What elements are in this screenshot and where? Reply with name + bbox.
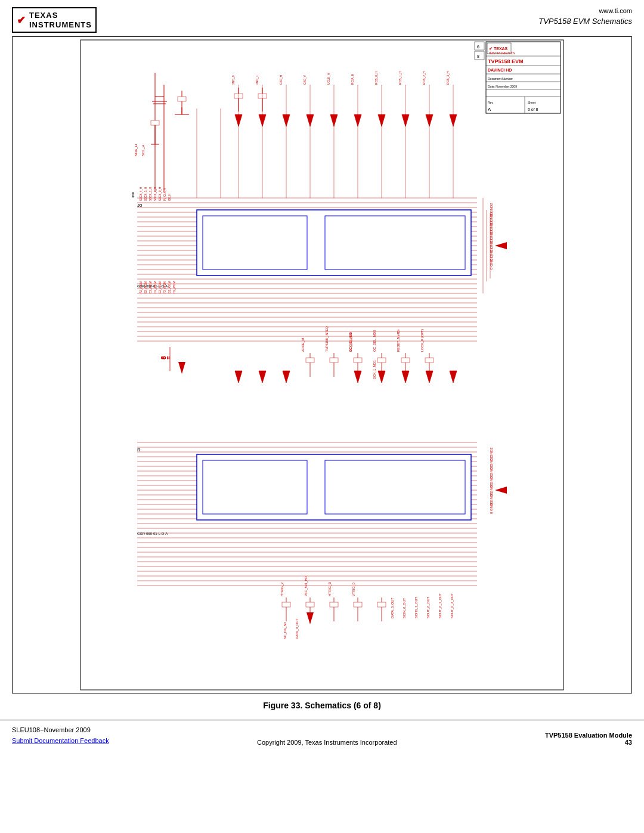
svg-text:0 GND1: 0 GND1 (490, 256, 493, 270)
svg-marker-197 (450, 371, 457, 383)
svg-text:UCLK_H: UCLK_H (327, 73, 330, 85)
svg-text:RCB_0_H: RCB_0_H (374, 71, 378, 85)
svg-rect-92 (425, 358, 434, 363)
svg-text:DATA_0_OUT: DATA_0_OUT (295, 618, 299, 639)
svg-text:JSC_504_HD: JSC_504_HD (304, 577, 308, 597)
svg-text:IN_CLK_H: IN_CLK_H (163, 188, 166, 202)
ti-logo: ✔ Texas Instruments (12, 7, 97, 33)
svg-marker-190 (235, 371, 242, 383)
svg-text:F2_AV1M: F2_AV1M (163, 281, 166, 293)
svg-rect-20 (475, 42, 484, 50)
svg-text:SCK_0_MD1: SCK_0_MD1 (349, 333, 352, 352)
svg-text:INSTRUMENTS: INSTRUMENTS (489, 51, 515, 55)
svg-text:Rev: Rev (488, 101, 493, 104)
svg-text:RCB_3_H: RCB_3_H (446, 71, 450, 85)
svg-rect-153 (354, 602, 362, 607)
svg-text:SDCK_0_H: SDCK_0_H (159, 187, 162, 201)
svg-rect-22 (475, 51, 484, 60)
svg-rect-53 (203, 216, 307, 270)
svg-rect-25 (178, 97, 186, 101)
svg-marker-78 (495, 242, 507, 249)
footer-left: SLEU108−November 2009 Submit Documentati… (12, 725, 109, 746)
svg-text:6: 6 (477, 45, 479, 49)
page-footer: SLEU108−November 2009 Submit Documentati… (0, 720, 644, 751)
page-number: 43 (545, 739, 632, 746)
svg-text:SDCK_3_H: SDCK_3_H (144, 187, 147, 201)
svg-text:VTRIG_0: VTRIG_0 (352, 583, 355, 596)
svg-text:CK0_V: CK0_V (303, 75, 306, 85)
svg-text:R: R (137, 447, 141, 453)
doc-title: TVP5158 EVM Schematics (538, 17, 632, 26)
svg-rect-88 (377, 358, 386, 363)
svg-text:RCB_2_H: RCB_2_H (422, 71, 426, 85)
schematic-image-area: ✔ TEXAS INSTRUMENTS TVP5158 EVM DAVINCI … (13, 37, 631, 693)
svg-marker-196 (426, 371, 433, 383)
svg-text:Sheet: Sheet (528, 101, 536, 104)
svg-text:2ND_0: 2ND_0 (231, 75, 235, 85)
svg-text:CK0_H: CK0_H (279, 75, 283, 85)
svg-text:SDCK_1_H: SDCK_1_H (154, 187, 157, 201)
page-header: ✔ Texas Instruments www.ti.com TVP5158 E… (0, 0, 644, 36)
svg-marker-138 (495, 487, 507, 494)
logo-text: Texas Instruments (29, 11, 92, 29)
svg-rect-84 (330, 358, 338, 363)
svg-text:TVP5158 EVM: TVP5158 EVM (488, 58, 524, 64)
feedback-link[interactable]: Submit Documentation Feedback (12, 737, 109, 744)
ti-logo-icon: ✔ (17, 14, 26, 27)
svg-rect-90 (401, 358, 410, 363)
svg-text:OE_H: OE_H (168, 194, 171, 201)
svg-rect-151 (330, 602, 338, 607)
svg-rect-0 (80, 40, 564, 690)
svg-text:G2_AV1M: G2_AV1M (168, 281, 171, 294)
svg-text:✔ TEXAS: ✔ TEXAS (489, 47, 508, 51)
svg-text:SDCK_2_H: SDCK_2_H (149, 187, 152, 201)
svg-marker-195 (402, 371, 409, 383)
svg-text:SOUT_0_1_OUT: SOUT_0_1_OUT (438, 593, 442, 618)
svg-text:Document Number: Document Number (488, 77, 513, 80)
footer-product: TVP5158 Evaluation Module (545, 732, 632, 739)
svg-text:SDA_H: SDA_H (134, 144, 138, 156)
svg-marker-193 (354, 371, 361, 383)
svg-text:A2_AV1M: A2_AV1M (140, 281, 143, 293)
svg-rect-147 (282, 602, 290, 607)
svg-marker-192 (283, 371, 290, 383)
svg-text:Date: November 2009: Date: November 2009 (488, 85, 517, 88)
svg-text:360: 360 (131, 192, 135, 199)
svg-text:SOH0_1_OUT: SOH0_1_OUT (414, 597, 418, 618)
svg-rect-174 (151, 120, 159, 125)
svg-text:SCIN_0_OUT: SCIN_0_OUT (402, 598, 406, 619)
svg-text:6 of 8: 6 of 8 (528, 107, 538, 112)
svg-marker-194 (378, 371, 385, 383)
svg-text:LOCK_P (OPT): LOCK_P (OPT) (420, 329, 424, 352)
svg-text:D2_AV1M: D2_AV1M (154, 281, 157, 293)
svg-text:RCIA_H: RCIA_H (351, 73, 354, 85)
svg-rect-149 (306, 602, 314, 607)
svg-text:TVP5158_INTEQ: TVP5158_INTEQ (325, 326, 329, 352)
svg-text:ADOE_M: ADOE_M (301, 338, 305, 352)
svg-rect-123 (203, 460, 307, 514)
svg-text:E2_AV1M: E2_AV1M (159, 281, 162, 293)
svg-text:HTRIG_D: HTRIG_D (328, 582, 332, 596)
svg-text:HTRIG_2: HTRIG_2 (280, 583, 284, 596)
svg-rect-155 (377, 602, 386, 607)
svg-text:C2_AV1M: C2_AV1M (149, 281, 152, 293)
svg-text:GSR-060-01-L-D-A: GSR-060-01-L-D-A (137, 532, 168, 535)
schematic-svg: ✔ TEXAS INSTRUMENTS TVP5158 EVM DAVINCI … (13, 37, 631, 693)
svg-text:SDCK_4_H: SDCK_4_H (140, 187, 143, 201)
svg-text:8: 8 (477, 54, 479, 58)
svg-marker-93 (178, 362, 185, 374)
svg-text:J0: J0 (137, 203, 143, 208)
svg-marker-191 (259, 371, 266, 383)
svg-marker-156 (306, 612, 314, 624)
svg-text:H2_AV1M: H2_AV1M (173, 281, 176, 293)
header-right: www.ti.com TVP5158 EVM Schematics (538, 7, 632, 26)
svg-text:SD H: SD H (161, 356, 169, 360)
footer-right: TVP5158 Evaluation Module 43 (545, 732, 632, 746)
svg-text:OC_SEL_MD0: OC_SEL_MD0 (373, 330, 376, 352)
svg-text:2ND_1: 2ND_1 (255, 75, 259, 85)
footer-copyright: Copyright 2009, Texas Instruments Incorp… (257, 739, 397, 746)
svg-rect-54 (325, 216, 465, 270)
svg-text:SOUT_0_2_OUT: SOUT_0_2_OUT (450, 593, 454, 618)
svg-rect-82 (306, 358, 314, 363)
svg-text:SCL_H: SCL_H (141, 145, 145, 156)
